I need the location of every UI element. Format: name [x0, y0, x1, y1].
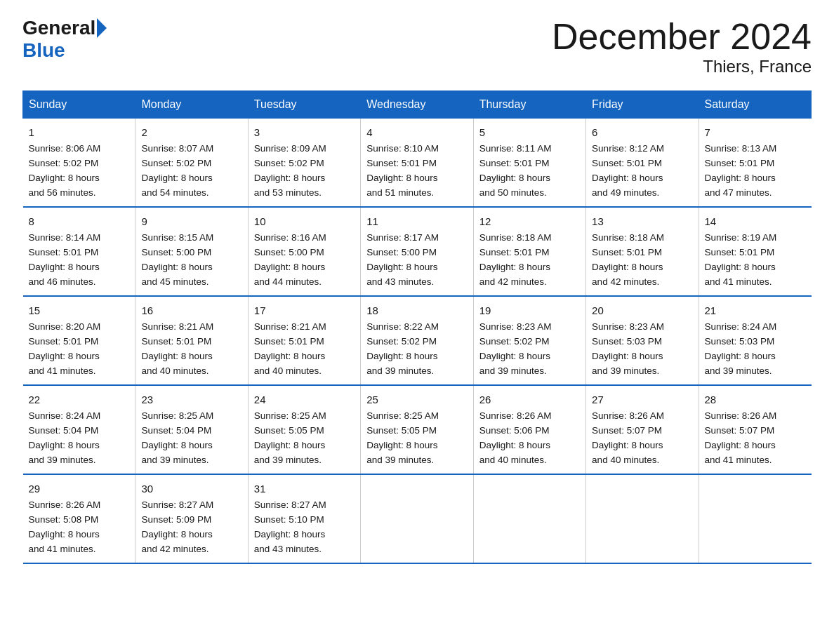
day-number: 28: [705, 391, 806, 408]
day-number: 1: [29, 124, 130, 140]
calendar-week-row: 15Sunrise: 8:20 AMSunset: 5:01 PMDayligh…: [23, 296, 812, 385]
logo: General Blue: [22, 17, 108, 62]
day-number: 5: [479, 124, 580, 140]
calendar-day-cell: 1Sunrise: 8:06 AMSunset: 5:02 PMDaylight…: [23, 119, 135, 207]
title-block: December 2024 Thiers, France: [552, 17, 812, 76]
day-number: 9: [141, 213, 241, 229]
header-tuesday: Tuesday: [248, 91, 360, 119]
calendar-day-cell: 18Sunrise: 8:22 AMSunset: 5:02 PMDayligh…: [361, 296, 473, 385]
day-number: 11: [366, 213, 467, 229]
page-header: General Blue December 2024 Thiers, Franc…: [22, 17, 812, 76]
day-number: 20: [592, 302, 692, 318]
day-number: 6: [592, 124, 692, 140]
calendar-day-cell: 16Sunrise: 8:21 AMSunset: 5:01 PMDayligh…: [135, 296, 248, 385]
calendar-day-cell: 6Sunrise: 8:12 AMSunset: 5:01 PMDaylight…: [586, 119, 699, 207]
calendar-table: SundayMondayTuesdayWednesdayThursdayFrid…: [22, 90, 812, 564]
day-number: 31: [254, 481, 355, 497]
day-number: 19: [479, 302, 580, 318]
calendar-day-cell: 9Sunrise: 8:15 AMSunset: 5:00 PMDaylight…: [135, 207, 248, 296]
calendar-day-cell: 26Sunrise: 8:26 AMSunset: 5:06 PMDayligh…: [473, 385, 585, 474]
header-friday: Friday: [586, 91, 699, 119]
day-number: 24: [254, 391, 355, 408]
calendar-day-cell: 22Sunrise: 8:24 AMSunset: 5:04 PMDayligh…: [23, 385, 135, 474]
calendar-day-cell: 23Sunrise: 8:25 AMSunset: 5:04 PMDayligh…: [135, 385, 248, 474]
calendar-day-cell: 27Sunrise: 8:26 AMSunset: 5:07 PMDayligh…: [586, 385, 699, 474]
logo-arrow-icon: [97, 18, 107, 38]
header-sunday: Sunday: [23, 91, 135, 119]
calendar-day-cell: 2Sunrise: 8:07 AMSunset: 5:02 PMDaylight…: [135, 119, 248, 207]
calendar-day-cell: 7Sunrise: 8:13 AMSunset: 5:01 PMDaylight…: [699, 119, 811, 207]
calendar-day-cell: 31Sunrise: 8:27 AMSunset: 5:10 PMDayligh…: [248, 474, 360, 563]
calendar-day-cell: 13Sunrise: 8:18 AMSunset: 5:01 PMDayligh…: [586, 207, 699, 296]
header-monday: Monday: [135, 91, 248, 119]
day-number: 7: [705, 124, 806, 140]
day-number: 14: [705, 213, 806, 229]
day-number: 30: [141, 481, 241, 497]
calendar-day-cell: 17Sunrise: 8:21 AMSunset: 5:01 PMDayligh…: [248, 296, 360, 385]
logo-general-text: General: [22, 17, 95, 39]
calendar-day-cell: 11Sunrise: 8:17 AMSunset: 5:00 PMDayligh…: [361, 207, 473, 296]
calendar-day-cell: 15Sunrise: 8:20 AMSunset: 5:01 PMDayligh…: [23, 296, 135, 385]
calendar-day-cell: 24Sunrise: 8:25 AMSunset: 5:05 PMDayligh…: [248, 385, 360, 474]
calendar-day-cell: 10Sunrise: 8:16 AMSunset: 5:00 PMDayligh…: [248, 207, 360, 296]
day-number: 26: [479, 391, 580, 408]
day-number: 29: [29, 481, 130, 497]
day-number: 4: [366, 124, 467, 140]
calendar-day-cell: 28Sunrise: 8:26 AMSunset: 5:07 PMDayligh…: [699, 385, 811, 474]
calendar-day-cell: [586, 474, 699, 563]
day-number: 18: [366, 302, 467, 318]
calendar-week-row: 1Sunrise: 8:06 AMSunset: 5:02 PMDaylight…: [23, 119, 812, 207]
calendar-day-cell: 8Sunrise: 8:14 AMSunset: 5:01 PMDaylight…: [23, 207, 135, 296]
calendar-day-cell: 30Sunrise: 8:27 AMSunset: 5:09 PMDayligh…: [135, 474, 248, 563]
calendar-day-cell: 12Sunrise: 8:18 AMSunset: 5:01 PMDayligh…: [473, 207, 585, 296]
header-wednesday: Wednesday: [361, 91, 473, 119]
calendar-week-row: 22Sunrise: 8:24 AMSunset: 5:04 PMDayligh…: [23, 385, 812, 474]
calendar-day-cell: 19Sunrise: 8:23 AMSunset: 5:02 PMDayligh…: [473, 296, 585, 385]
day-number: 16: [141, 302, 241, 318]
page-title: December 2024: [552, 17, 812, 57]
day-number: 25: [366, 391, 467, 408]
calendar-day-cell: 20Sunrise: 8:23 AMSunset: 5:03 PMDayligh…: [586, 296, 699, 385]
calendar-week-row: 29Sunrise: 8:26 AMSunset: 5:08 PMDayligh…: [23, 474, 812, 563]
day-number: 21: [705, 302, 806, 318]
calendar-day-cell: [361, 474, 473, 563]
calendar-day-cell: 21Sunrise: 8:24 AMSunset: 5:03 PMDayligh…: [699, 296, 811, 385]
day-number: 2: [141, 124, 241, 140]
calendar-day-cell: 14Sunrise: 8:19 AMSunset: 5:01 PMDayligh…: [699, 207, 811, 296]
day-number: 22: [29, 391, 130, 408]
header-saturday: Saturday: [699, 91, 811, 119]
calendar-week-row: 8Sunrise: 8:14 AMSunset: 5:01 PMDaylight…: [23, 207, 812, 296]
calendar-day-cell: [473, 474, 585, 563]
logo-blue-text: Blue: [22, 39, 65, 62]
day-number: 15: [29, 302, 130, 318]
calendar-day-cell: 29Sunrise: 8:26 AMSunset: 5:08 PMDayligh…: [23, 474, 135, 563]
day-number: 3: [254, 124, 355, 140]
calendar-day-cell: [699, 474, 811, 563]
calendar-header-row: SundayMondayTuesdayWednesdayThursdayFrid…: [23, 91, 812, 119]
day-number: 23: [141, 391, 241, 408]
day-number: 10: [254, 213, 355, 229]
calendar-day-cell: 4Sunrise: 8:10 AMSunset: 5:01 PMDaylight…: [361, 119, 473, 207]
calendar-day-cell: 25Sunrise: 8:25 AMSunset: 5:05 PMDayligh…: [361, 385, 473, 474]
day-number: 27: [592, 391, 692, 408]
page-subtitle: Thiers, France: [552, 57, 812, 76]
day-number: 13: [592, 213, 692, 229]
day-number: 12: [479, 213, 580, 229]
calendar-day-cell: 3Sunrise: 8:09 AMSunset: 5:02 PMDaylight…: [248, 119, 360, 207]
day-number: 17: [254, 302, 355, 318]
day-number: 8: [29, 213, 130, 229]
calendar-day-cell: 5Sunrise: 8:11 AMSunset: 5:01 PMDaylight…: [473, 119, 585, 207]
header-thursday: Thursday: [473, 91, 585, 119]
